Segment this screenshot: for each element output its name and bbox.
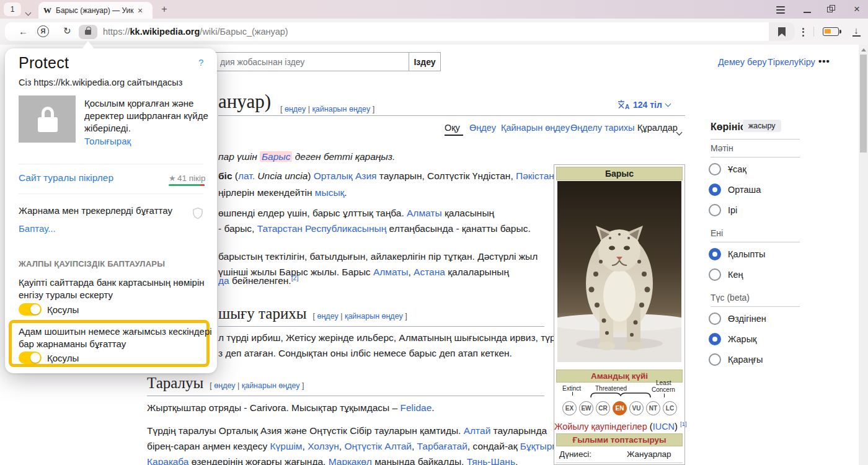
donate-link[interactable]: Демеу беру xyxy=(718,57,766,67)
radio-text-medium-selected[interactable] xyxy=(709,184,721,196)
status-circle-lc: LC xyxy=(663,401,677,415)
language-selector[interactable]: A 124 тіл xyxy=(617,99,670,110)
user-menu-ellipsis[interactable]: ••• xyxy=(818,56,830,66)
iucn-status-line[interactable]: Жойылу қаупіндегілер (IUCN) [1] xyxy=(554,420,686,432)
radio-label-dark[interactable]: Қараңғы xyxy=(728,355,763,365)
active-tab[interactable]: W Барыс (жануар) — Уик × xyxy=(38,2,153,19)
wiki-link[interactable]: Пәкістан xyxy=(516,170,554,181)
kingdom-link[interactable]: Жануарлар xyxy=(627,450,671,459)
wiki-link[interactable]: қайнарын өңдеу xyxy=(345,312,403,321)
wiki-link[interactable]: Күршім xyxy=(270,441,303,451)
text-segment: бейнеленген. xyxy=(229,275,291,286)
wiki-link[interactable]: Алматы xyxy=(407,208,442,218)
language-icon: A xyxy=(617,99,629,110)
radio-label-medium[interactable]: Орташа xyxy=(728,185,761,195)
wiki-link[interactable]: Орталық Азия xyxy=(314,170,377,181)
window-restore-icon[interactable] xyxy=(827,4,837,14)
site-lock-chip[interactable] xyxy=(79,25,97,39)
tools-chevron-icon[interactable] xyxy=(677,126,681,137)
article-text-line: - барыс, Татарстан Республикасының елтаң… xyxy=(218,223,531,234)
new-tab-button[interactable]: + xyxy=(159,4,170,15)
wiki-link[interactable]: Тарбағатай xyxy=(417,441,467,451)
wiki-link[interactable]: лат. xyxy=(238,170,255,181)
radio-label-wide[interactable]: Кең xyxy=(728,270,743,280)
yandex-logo-icon[interactable]: Я xyxy=(37,25,49,37)
section-edit-links[interactable]: [ өңдеу | қайнарын өңдеу ] xyxy=(210,379,304,391)
tab-list-chevron-icon[interactable] xyxy=(26,6,30,17)
wiki-link[interactable]: мысық xyxy=(315,187,344,198)
download-icon[interactable]: ↓ xyxy=(851,25,862,37)
tab-edit-source[interactable]: Қайнарын өңдеу xyxy=(501,123,570,133)
bookmark-chip[interactable] xyxy=(769,22,795,41)
radio-label-small[interactable]: Ұсақ xyxy=(728,164,746,174)
radio-color-light-selected[interactable] xyxy=(709,333,721,345)
wiki-link[interactable]: Татарстан Республикасының xyxy=(257,223,387,234)
radio-text-small[interactable] xyxy=(709,163,721,175)
reviews-count[interactable]: 41 пікір xyxy=(177,174,206,183)
snow-leopard-image[interactable] xyxy=(557,181,681,362)
scrollbar-thumb[interactable] xyxy=(860,55,867,153)
radio-width-standard-selected[interactable] xyxy=(709,248,721,260)
text-segment: з деп атаған. Сондықтан оны ілбіс немесе… xyxy=(218,348,512,358)
register-link[interactable]: Тіркелу xyxy=(768,57,799,67)
radio-label-auto[interactable]: Өздігінен xyxy=(728,314,766,324)
tab-counter-button[interactable]: 1 xyxy=(4,2,21,16)
radio-label-standard[interactable]: Қалыпты xyxy=(728,249,765,259)
wiki-search-input[interactable] xyxy=(205,52,409,71)
wiki-link[interactable]: Тянь-Шань xyxy=(467,456,515,465)
text-segment: . xyxy=(344,187,347,198)
login-link[interactable]: Кіру xyxy=(799,57,815,67)
wiki-link[interactable]: қайнарын өңдеу xyxy=(242,381,300,390)
protect-help-link[interactable]: ? xyxy=(198,57,203,68)
wiki-search-button[interactable]: Іздеу xyxy=(409,52,441,71)
window-close-icon[interactable]: × xyxy=(852,4,862,14)
radio-color-auto[interactable] xyxy=(709,312,721,325)
language-count: 124 тіл xyxy=(633,100,662,110)
status-label-least: Least xyxy=(656,379,671,386)
wiki-link[interactable]: Алматы xyxy=(373,267,409,277)
tab-close-icon[interactable]: × xyxy=(138,6,143,16)
bank-warning-toggle-on[interactable] xyxy=(19,303,42,316)
details-link[interactable]: Толығырақ xyxy=(84,136,131,146)
extensions-menu-icon[interactable] xyxy=(802,26,804,38)
window-minimize-icon[interactable] xyxy=(804,4,813,14)
site-reviews-link[interactable]: Сайт туралы пікірлер xyxy=(19,172,113,184)
wiki-link[interactable]: Оңтүстік Алтай xyxy=(344,441,411,451)
wiki-link[interactable]: IUCN xyxy=(653,422,675,432)
wiki-link[interactable]: Барыс xyxy=(260,151,293,162)
radio-label-light[interactable]: Жарық xyxy=(728,334,756,344)
wiki-link[interactable]: Felidae xyxy=(400,402,432,413)
wiki-link[interactable]: Астана xyxy=(414,267,445,277)
wiki-link[interactable]: Алтай xyxy=(464,425,491,436)
browser-menu-icon[interactable] xyxy=(776,4,786,14)
tab-read[interactable]: Оқу xyxy=(445,123,460,133)
tab-history[interactable]: Өңделу тарихы xyxy=(570,123,634,133)
wiki-link[interactable]: Қарақаба xyxy=(147,456,188,465)
wiki-link[interactable]: Марқакөл xyxy=(329,456,372,465)
url-text[interactable]: https://kk.wikipedia.org/wiki/Барыс_(жан… xyxy=(103,27,288,37)
refresh-icon[interactable]: ↻ xyxy=(63,25,71,37)
shock-ads-label: Адам шошитын немесе жағымсыз кескіндері xyxy=(19,326,212,338)
title-edit-links[interactable]: [ өңдеу | қайнарын өңдеу ] xyxy=(280,103,374,114)
wiki-link[interactable]: өңдеу xyxy=(285,105,306,113)
tab-edit[interactable]: Өңдеу xyxy=(469,123,496,133)
protect-site-line: Сіз https://kk.wikipedia.org сайтындасыз xyxy=(19,78,182,87)
wiki-link[interactable]: өңдеу xyxy=(317,312,339,321)
radio-text-large[interactable] xyxy=(709,204,721,216)
back-icon[interactable]: ← xyxy=(19,26,28,37)
wiki-link[interactable]: Холзун xyxy=(308,441,339,451)
scrollbar-up-arrow[interactable] xyxy=(861,48,866,51)
appearance-hide-button[interactable]: жасыру xyxy=(743,120,781,132)
radio-color-dark[interactable] xyxy=(709,353,721,366)
wiki-link[interactable]: өңдеу xyxy=(214,381,235,390)
adblock-configure-link[interactable]: Баптау... xyxy=(19,223,56,234)
tab-tools[interactable]: Құралдар xyxy=(637,123,678,133)
radio-label-large[interactable]: Ірі xyxy=(728,205,737,215)
section-edit-links[interactable]: [ өңдеу | қайнарын өңдеу ] xyxy=(313,310,407,321)
radio-width-wide[interactable] xyxy=(709,268,721,281)
wiki-link[interactable]: да xyxy=(218,275,229,286)
battery-icon[interactable] xyxy=(823,27,839,36)
shock-ads-toggle-on[interactable] xyxy=(19,352,42,364)
wiki-link[interactable]: қайнарын өңдеу xyxy=(312,105,370,113)
text-segment: елтаңбасында - қанатты барыс. xyxy=(386,223,530,234)
